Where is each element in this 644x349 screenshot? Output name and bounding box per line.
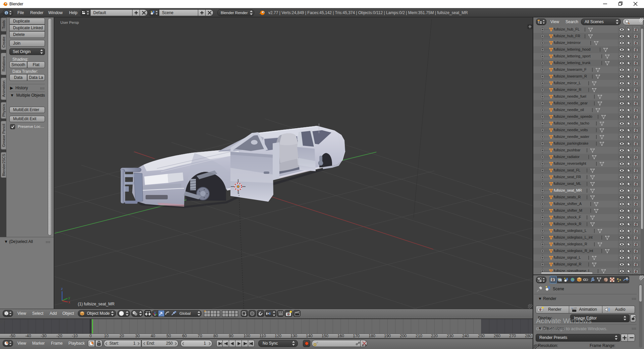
svg-text:i: i <box>6 11 7 15</box>
svg-text:z: z <box>61 287 63 291</box>
svg-text:x: x <box>68 300 70 304</box>
svg-text:(1) fullsize_seat_MR: (1) fullsize_seat_MR <box>78 302 115 306</box>
svg-text:y: y <box>68 296 70 300</box>
svg-text:User Persp: User Persp <box>60 20 79 24</box>
